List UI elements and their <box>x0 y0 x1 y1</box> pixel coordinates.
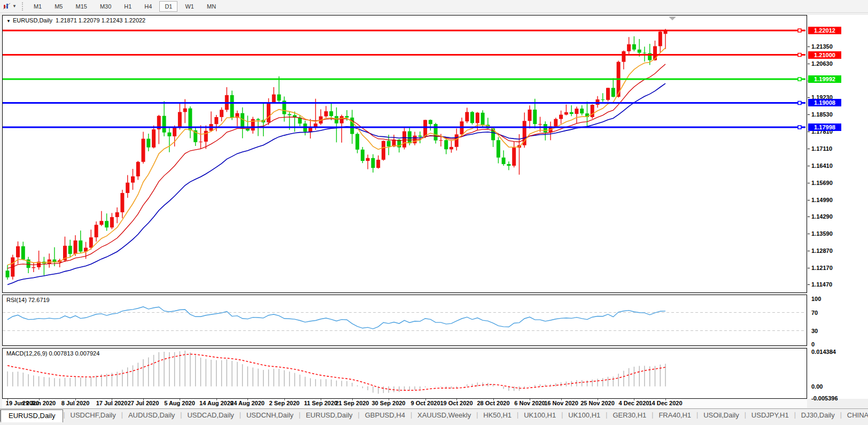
chart-title: ▼EURUSD,Daily 1.21871 1.22079 1.21243 1.… <box>6 17 145 24</box>
timeframe-button-h1[interactable]: H1 <box>119 1 137 12</box>
tabs-holder: EURUSD,Daily|USDCHF,Daily|AUDUSD,Daily|U… <box>1 409 868 422</box>
price-tick-label: 1.11470 <box>811 281 832 288</box>
price-tick-mark <box>808 132 810 132</box>
chart-tools-button[interactable]: ▼ <box>0 0 19 12</box>
date-tick-label: 9 Oct 2020 <box>410 400 440 406</box>
date-tick-label: 25 Nov 2020 <box>580 400 615 406</box>
price-tick-label: 1.14990 <box>811 197 833 203</box>
price-tick-mark <box>808 234 810 234</box>
price-tick-mark <box>808 284 810 285</box>
rsi-chart[interactable] <box>3 295 805 344</box>
rsi-tick-label: 100 <box>811 296 821 302</box>
price-tick-mark <box>808 64 810 64</box>
timeframe-button-m15[interactable]: M15 <box>70 1 92 12</box>
price-tick-mark <box>808 268 810 268</box>
price-tick-label: 1.17110 <box>811 145 832 152</box>
bottom-tab-usdchf-daily[interactable]: USDCHF,Daily <box>65 409 121 421</box>
date-tick-label: 11 Sep 2020 <box>304 400 337 406</box>
hline-price-badge: 1.17998 <box>808 123 841 131</box>
timeframe-button-m5[interactable]: M5 <box>49 1 68 12</box>
date-tick-label: 16 Nov 2020 <box>544 400 578 406</box>
bottom-tab-uk100-h1[interactable]: UK100,H1 <box>563 409 606 421</box>
bottom-tab-usdjpy-h1[interactable]: USDJPY,H1 <box>746 409 794 421</box>
bottom-tab-china300-h1[interactable]: CHINA300,H1 <box>842 409 868 421</box>
rsi-tick-label: 30 <box>811 328 818 334</box>
date-tick-label: 6 Nov 2020 <box>514 400 545 406</box>
bottom-tab-usdcad-daily[interactable]: USDCAD,Daily <box>182 409 239 421</box>
macd-chart[interactable] <box>3 349 805 397</box>
date-tick-label: 27 Jul 2020 <box>128 400 159 406</box>
bottom-tab-usoil-daily[interactable]: USOil,Daily <box>698 409 744 421</box>
rsi-name: RSI(14) <box>6 297 27 303</box>
date-tick-label: 21 Sep 2020 <box>336 400 369 406</box>
chevron-down-icon: ▼ <box>12 4 17 9</box>
bottom-tab-eurusd-daily[interactable]: EURUSD,Daily <box>300 409 358 421</box>
timeframe-buttons: M1M5M15M30H1H4D1W1MN <box>27 1 222 12</box>
macd-tick-label: -0.005396 <box>811 395 838 401</box>
bottom-tab-dj30-daily[interactable]: DJ30,Daily <box>796 409 840 421</box>
price-axis[interactable]: 1.213501.206301.199301.192301.185301.178… <box>808 15 868 399</box>
price-tick-label: 1.16410 <box>811 163 833 169</box>
trading-platform-window: { "toolbar": { "tool_icon": "chart-tools… <box>0 0 868 425</box>
collapse-triangle-icon[interactable]: ▼ <box>6 19 11 24</box>
bottom-tab-ger30-h1[interactable]: GER30,H1 <box>607 409 652 421</box>
bottom-tab-hk50-h1[interactable]: HK50,H1 <box>478 409 517 421</box>
macd-panel[interactable]: MACD(12,26,9) 0.007813 0.007924 <box>2 348 807 399</box>
timeframe-toolbar: ▼ M1M5M15M30H1H4D1W1MN <box>0 0 868 13</box>
hline-price-badge: 1.22012 <box>808 27 841 34</box>
date-tick-label: 14 Aug 2020 <box>199 400 234 406</box>
hline-price-badge: 1.19008 <box>808 99 841 106</box>
price-tick-mark <box>808 251 810 251</box>
date-tick-label: 29 Jun 2020 <box>22 400 56 406</box>
macd-values: 0.007813 0.007924 <box>49 350 99 357</box>
price-tick-label: 1.21350 <box>811 43 833 50</box>
price-tick-mark <box>808 114 810 115</box>
price-tick-label: 1.20630 <box>811 60 833 67</box>
price-tick-label: 1.12170 <box>811 265 833 271</box>
date-tick-label: 28 Oct 2020 <box>477 400 509 406</box>
price-tick-label: 1.18530 <box>811 111 833 118</box>
price-tick-label: 1.14290 <box>811 213 833 220</box>
chart-tab-bar: EURUSD,Daily|USDCHF,Daily|AUDUSD,Daily|U… <box>0 408 868 425</box>
bottom-tab-gbpusd-h4[interactable]: GBPUSD,H4 <box>360 409 410 421</box>
main-chart-panel[interactable]: ▼EURUSD,Daily 1.21871 1.22079 1.21243 1.… <box>2 15 807 293</box>
date-tick-label: 24 Aug 2020 <box>230 400 265 406</box>
bottom-tab-fra40-h1[interactable]: FRA40,H1 <box>653 409 696 421</box>
rsi-label: RSI(14) 72.6719 <box>6 297 50 303</box>
hline-price-badge: 1.21000 <box>808 51 841 59</box>
timeframe-button-mn[interactable]: MN <box>201 1 221 12</box>
date-tick-label: 5 Aug 2020 <box>164 400 195 406</box>
price-tick-label: 1.15690 <box>811 180 833 186</box>
timeframe-button-m1[interactable]: M1 <box>28 1 47 12</box>
price-tick-mark <box>808 166 810 166</box>
chart-ohlc-values: 1.21871 1.22079 1.21243 1.22022 <box>56 17 145 24</box>
date-tick-label: 8 Jul 2020 <box>61 400 90 406</box>
macd-label: MACD(12,26,9) 0.007813 0.007924 <box>6 350 99 357</box>
rsi-value: 72.6719 <box>28 297 50 303</box>
date-tick-label: 14 Dec 2020 <box>649 400 683 406</box>
date-axis[interactable]: 19 Jun 202029 Jun 20208 Jul 202017 Jul 2… <box>2 399 807 408</box>
date-tick-label: 4 Dec 2020 <box>619 400 649 406</box>
bottom-tab-xauusd-weekly[interactable]: XAUUSD,Weekly <box>412 409 476 421</box>
bottom-tab-eurusd-daily[interactable]: EURUSD,Daily <box>1 409 63 422</box>
rsi-tick-label: 70 <box>811 310 818 316</box>
bottom-tab-audusd-daily[interactable]: AUDUSD,Daily <box>123 409 180 421</box>
price-tick-mark <box>808 97 810 98</box>
bottom-tab-usdcnh-daily[interactable]: USDCNH,Daily <box>241 409 299 421</box>
bottom-tab-uk100-h1[interactable]: UK100,H1 <box>518 409 561 421</box>
price-tick-mark <box>808 217 810 217</box>
date-tick-label: 2 Sep 2020 <box>269 400 300 406</box>
chart-symbol-label: EURUSD,Daily <box>13 17 52 24</box>
price-tick-label: 1.13590 <box>811 230 833 237</box>
timeframe-button-h4[interactable]: H4 <box>139 1 157 12</box>
macd-tick-label: 0.00 <box>811 383 823 390</box>
rsi-panel[interactable]: RSI(14) 72.6719 <box>2 295 807 346</box>
timeframe-button-w1[interactable]: W1 <box>180 1 199 12</box>
candlestick-chart[interactable] <box>3 16 805 291</box>
timeframe-button-d1[interactable]: D1 <box>159 1 177 12</box>
toolbar-grip-handle[interactable] <box>22 2 23 11</box>
chart-tools-icon <box>3 3 11 10</box>
timeframe-button-m30[interactable]: M30 <box>95 1 117 12</box>
macd-tick-label: 0.014384 <box>811 349 836 355</box>
date-tick-label: 19 Oct 2020 <box>440 400 472 406</box>
